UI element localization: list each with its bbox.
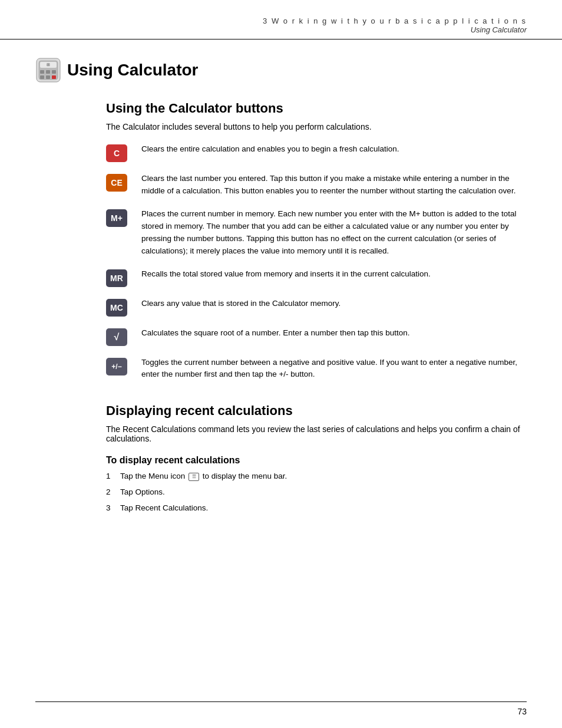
recent-section-heading: Displaying recent calculations (106, 403, 527, 419)
page-footer: 73 (35, 701, 527, 716)
plusminus-button-icon: +/− (106, 358, 127, 375)
recent-section: Displaying recent calculations The Recen… (35, 403, 527, 515)
step-1-text: Tap the Menu icon ☰ to display the menu … (120, 470, 287, 483)
button-row-mc: MC Clears any value that is stored in th… (106, 298, 527, 317)
page: 3 W o r k i n g w i t h y o u r b a s i … (0, 0, 562, 728)
mplus-button-icon: M+ (106, 209, 127, 227)
mr-button-icon: MR (106, 269, 127, 287)
c-btn-area: C (106, 143, 141, 162)
recent-sub-heading: To display recent calculations (106, 455, 527, 466)
page-number: 73 (517, 707, 527, 716)
ce-btn-area: CE (106, 173, 141, 192)
section-title: Using Calculator (35, 25, 527, 34)
chapter-title: 3 W o r k i n g w i t h y o u r b a s i … (35, 17, 527, 25)
svg-rect-8 (52, 75, 56, 79)
svg-text:⊞: ⊞ (47, 62, 50, 67)
mc-button-description: Clears any value that is stored in the C… (141, 298, 527, 310)
button-row-sqrt: √ Calculates the square root of a number… (106, 327, 527, 346)
page-title: Using Calculator (67, 61, 198, 80)
step-1-number: 1 (106, 470, 120, 483)
buttons-section-heading: Using the Calculator buttons (106, 101, 527, 116)
mplus-btn-area: M+ (106, 208, 141, 227)
button-row-c: C Clears the entire calculation and enab… (106, 143, 527, 162)
page-title-area: ⊞ Using Calculator (35, 57, 527, 83)
main-content: ⊞ Using Calculator Using the Calculator … (0, 57, 562, 554)
mplus-button-description: Places the current number in memory. Eac… (141, 208, 527, 258)
mr-btn-area: MR (106, 268, 141, 287)
step-2: 2 Tap Options. (106, 486, 527, 499)
svg-rect-7 (46, 75, 50, 79)
menu-icon-inline: ☰ (189, 473, 199, 481)
buttons-section-intro: The Calculator includes several buttons … (106, 122, 527, 131)
sqrt-btn-area: √ (106, 327, 141, 346)
step-3-number: 3 (106, 502, 120, 515)
button-row-plusminus: +/− Toggles the current number between a… (106, 357, 527, 381)
plusminus-btn-area: +/− (106, 357, 141, 375)
svg-rect-6 (40, 75, 44, 79)
button-row-ce: CE Clears the last number you entered. T… (106, 173, 527, 197)
mc-button-icon: MC (106, 299, 127, 317)
steps-list: 1 Tap the Menu icon ☰ to display the men… (106, 470, 527, 515)
button-row-mr: MR Recalls the total stored value from m… (106, 268, 527, 287)
buttons-section: Using the Calculator buttons The Calcula… (35, 101, 527, 381)
svg-rect-3 (40, 70, 44, 74)
calculator-icon: ⊞ (35, 57, 61, 83)
plusminus-button-description: Toggles the current number between a neg… (141, 357, 527, 381)
svg-rect-4 (46, 70, 50, 74)
step-3-text: Tap Recent Calculations. (120, 502, 208, 515)
mc-btn-area: MC (106, 298, 141, 317)
c-button-description: Clears the entire calculation and enable… (141, 143, 527, 156)
sqrt-button-icon: √ (106, 328, 127, 346)
sqrt-button-description: Calculates the square root of a number. … (141, 327, 527, 340)
step-2-text: Tap Options. (120, 486, 165, 499)
recent-section-intro: The Recent Calculations command lets you… (106, 424, 527, 443)
step-2-number: 2 (106, 486, 120, 499)
ce-button-icon: CE (106, 174, 127, 192)
mr-button-description: Recalls the total stored value from memo… (141, 268, 527, 281)
page-header: 3 W o r k i n g w i t h y o u r b a s i … (0, 0, 562, 39)
step-1: 1 Tap the Menu icon ☰ to display the men… (106, 470, 527, 483)
button-row-mplus: M+ Places the current number in memory. … (106, 208, 527, 258)
step-3: 3 Tap Recent Calculations. (106, 502, 527, 515)
svg-rect-5 (52, 70, 56, 74)
c-button-icon: C (106, 144, 127, 162)
ce-button-description: Clears the last number you entered. Tap … (141, 173, 527, 197)
